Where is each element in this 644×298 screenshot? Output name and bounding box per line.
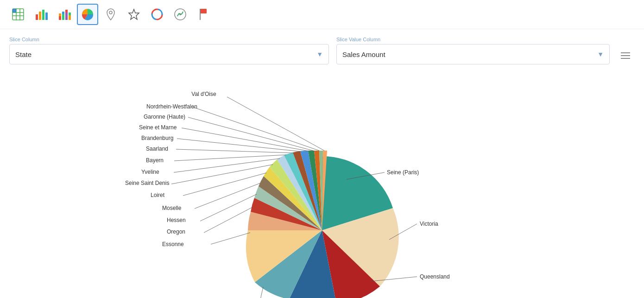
pie-chart-svg: Seine (Paris) Victoria Queensland Tasman… xyxy=(0,73,644,298)
svg-point-25 xyxy=(179,13,181,15)
controls: Slice Column State ▼ Slice Value Column … xyxy=(0,29,644,68)
label-yveline: Yveline xyxy=(141,169,159,175)
slice-value-column-control: Slice Value Column Sales Amount ▼ xyxy=(336,37,610,64)
pie-chart-icon xyxy=(81,8,94,21)
label-line-yveline xyxy=(174,159,280,172)
label-oregon: Oregon xyxy=(167,228,185,235)
label-seine-et-marne: Seine et Marne xyxy=(139,124,177,131)
menu-button[interactable] xyxy=(617,47,634,64)
slice-column-select[interactable]: State ▼ xyxy=(9,44,329,64)
label-bayern: Bayern xyxy=(146,157,164,164)
label-line-seine-saint-denis xyxy=(171,165,273,184)
kpi-button[interactable] xyxy=(170,4,191,25)
svg-rect-16 xyxy=(69,15,71,20)
slice-value-label: Slice Value Column xyxy=(336,37,610,42)
star-icon xyxy=(128,8,140,20)
slice-value-arrow: ▼ xyxy=(597,51,604,58)
label-seine-paris: Seine (Paris) xyxy=(387,169,419,176)
label-line-garonne xyxy=(188,117,315,151)
kpi-icon xyxy=(174,8,187,21)
label-seine-saint-denis: Seine Saint Denis xyxy=(125,180,169,186)
slice-value-select[interactable]: Sales Amount ▼ xyxy=(336,44,610,64)
svg-rect-5 xyxy=(13,9,16,13)
svg-rect-12 xyxy=(62,14,64,20)
flag-icon xyxy=(198,8,208,21)
label-line-essonne xyxy=(211,233,250,244)
svg-point-23 xyxy=(154,12,160,17)
slice-column-control: Slice Column State ▼ xyxy=(9,37,329,64)
slice-column-arrow: ▼ xyxy=(316,51,323,58)
chart-area: Seine (Paris) Victoria Queensland Tasman… xyxy=(0,68,644,298)
label-line-south-australia xyxy=(259,287,263,298)
slice-column-label: Slice Column xyxy=(9,37,329,42)
label-victoria: Victoria xyxy=(420,221,438,227)
menu-line-1 xyxy=(621,52,630,53)
bar-chart-icon xyxy=(35,8,48,21)
label-line-saarland xyxy=(176,149,294,153)
svg-point-19 xyxy=(109,11,112,14)
svg-rect-8 xyxy=(42,10,44,20)
label-hessen: Hessen xyxy=(167,217,186,223)
stacked-chart-button[interactable] xyxy=(54,4,75,25)
svg-rect-14 xyxy=(65,13,68,20)
slice-value-value: Sales Amount xyxy=(342,51,597,58)
label-loiret: Loiret xyxy=(151,192,165,198)
label-line-nordrhein xyxy=(193,107,319,151)
label-brandenburg: Brandenburg xyxy=(141,135,173,141)
map-icon xyxy=(105,8,116,21)
label-line-hessen xyxy=(200,194,257,221)
label-line-moselle xyxy=(195,183,260,209)
label-moselle: Moselle xyxy=(162,205,182,211)
svg-rect-6 xyxy=(36,14,38,20)
svg-rect-13 xyxy=(62,12,64,14)
bar-chart-button[interactable] xyxy=(31,4,52,25)
svg-rect-7 xyxy=(39,12,41,20)
table-chart-button[interactable] xyxy=(7,4,29,25)
svg-rect-26 xyxy=(200,9,207,13)
stacked-chart-icon xyxy=(58,8,71,21)
table-icon xyxy=(12,8,25,21)
menu-line-2 xyxy=(621,55,630,56)
slice-column-value: State xyxy=(15,51,316,58)
label-val-doise: Val d'Oise xyxy=(191,91,216,97)
label-line-loiret xyxy=(183,173,266,196)
map-button[interactable] xyxy=(100,4,121,25)
flag-button[interactable] xyxy=(193,4,214,25)
label-nordrhein: Nordrhein-Westfalen xyxy=(146,103,197,110)
svg-rect-17 xyxy=(69,13,71,15)
menu-line-3 xyxy=(621,58,630,59)
toolbar xyxy=(0,0,644,29)
svg-rect-15 xyxy=(65,10,68,13)
label-garonne: Garonne (Haute) xyxy=(144,114,185,120)
svg-rect-10 xyxy=(59,16,61,20)
star-button[interactable] xyxy=(123,4,145,25)
svg-marker-20 xyxy=(129,9,139,19)
label-line-oregon xyxy=(204,207,253,233)
svg-rect-11 xyxy=(59,13,61,16)
ring-icon xyxy=(151,8,164,21)
pie-chart-button[interactable] xyxy=(77,4,98,25)
label-essonne: Essonne xyxy=(162,241,184,247)
label-queensland: Queensland xyxy=(420,273,450,280)
ring-button[interactable] xyxy=(146,4,168,25)
svg-rect-9 xyxy=(45,13,48,20)
label-saarland: Saarland xyxy=(146,146,168,152)
label-line-brandenburg xyxy=(177,139,301,152)
